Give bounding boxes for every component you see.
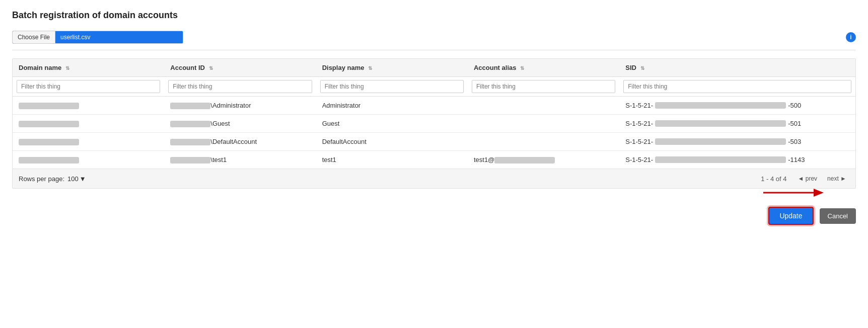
next-button[interactable]: next ► bbox=[824, 174, 849, 183]
cell-account-0: \Administrator bbox=[164, 97, 316, 115]
filter-input-sid[interactable] bbox=[623, 80, 851, 93]
page-info: 1 - 4 of 4 bbox=[761, 175, 786, 183]
rows-per-page-value: 100 bbox=[67, 175, 79, 183]
cell-sid-3: S-1-5-21--1143 bbox=[619, 151, 855, 169]
cell-display-2: DefaultAccount bbox=[316, 133, 468, 151]
file-input-area: Choose File userlist.csv bbox=[12, 31, 183, 44]
col-header-account[interactable]: Account ID ⇅ bbox=[164, 59, 316, 77]
filter-row bbox=[13, 77, 855, 97]
file-name-display: userlist.csv bbox=[55, 31, 183, 43]
table-footer: Rows per page: 100 ▼ 1 - 4 of 4 ◄ prev n… bbox=[13, 169, 855, 188]
filter-cell-sid bbox=[619, 77, 855, 97]
red-arrow-indicator bbox=[763, 183, 824, 203]
cell-alias-1 bbox=[468, 115, 619, 133]
cell-sid-1: S-1-5-21--501 bbox=[619, 115, 855, 133]
prev-button[interactable]: ◄ prev bbox=[795, 174, 821, 183]
cell-sid-0: S-1-5-21--500 bbox=[619, 97, 855, 115]
data-table-container: Domain name ⇅ Account ID ⇅ Display name … bbox=[12, 58, 856, 189]
pagination-control: 1 - 4 of 4 ◄ prev next ► bbox=[761, 174, 849, 183]
cell-display-1: Guest bbox=[316, 115, 468, 133]
accounts-table: Domain name ⇅ Account ID ⇅ Display name … bbox=[13, 59, 855, 169]
table-row: \AdministratorAdministratorS-1-5-21--500 bbox=[13, 97, 855, 115]
cell-account-2: \DefaultAccount bbox=[164, 133, 316, 151]
col-header-sid[interactable]: SID ⇅ bbox=[619, 59, 855, 77]
cell-alias-0 bbox=[468, 97, 619, 115]
cell-display-3: test1 bbox=[316, 151, 468, 169]
col-header-alias[interactable]: Account alias ⇅ bbox=[468, 59, 619, 77]
cell-domain-1 bbox=[13, 115, 164, 133]
col-header-domain[interactable]: Domain name ⇅ bbox=[13, 59, 164, 77]
cell-domain-2 bbox=[13, 133, 164, 151]
filter-input-display[interactable] bbox=[320, 80, 464, 93]
sort-icon-account[interactable]: ⇅ bbox=[209, 65, 213, 71]
filter-cell-domain bbox=[13, 77, 164, 97]
sort-icon-sid[interactable]: ⇅ bbox=[640, 65, 644, 71]
sort-icon-domain[interactable]: ⇅ bbox=[65, 65, 69, 71]
filter-input-account[interactable] bbox=[168, 80, 312, 93]
table-row: \DefaultAccountDefaultAccountS-1-5-21--5… bbox=[13, 133, 855, 151]
sort-icon-display[interactable]: ⇅ bbox=[368, 65, 372, 71]
rows-per-page-chevron: ▼ bbox=[80, 175, 86, 183]
action-bar: Update Cancel bbox=[0, 199, 868, 229]
cell-account-3: \test1 bbox=[164, 151, 316, 169]
page-title: Batch registration of domain accounts bbox=[12, 10, 856, 21]
choose-file-button[interactable]: Choose File bbox=[13, 31, 55, 43]
filter-cell-display bbox=[316, 77, 468, 97]
cell-account-1: \Guest bbox=[164, 115, 316, 133]
cell-sid-2: S-1-5-21--503 bbox=[619, 133, 855, 151]
filter-cell-account bbox=[164, 77, 316, 97]
filter-cell-alias bbox=[468, 77, 619, 97]
cell-alias-2 bbox=[468, 133, 619, 151]
svg-marker-1 bbox=[814, 189, 824, 197]
file-input-wrapper: Choose File userlist.csv bbox=[12, 31, 183, 44]
info-icon[interactable]: i bbox=[846, 32, 856, 42]
table-row: \GuestGuestS-1-5-21--501 bbox=[13, 115, 855, 133]
update-button[interactable]: Update bbox=[768, 207, 813, 225]
rows-per-page-select[interactable]: 100 ▼ bbox=[67, 175, 86, 183]
rows-per-page-label: Rows per page: bbox=[19, 175, 64, 183]
cell-domain-3 bbox=[13, 151, 164, 169]
cancel-button[interactable]: Cancel bbox=[820, 208, 856, 224]
cell-display-0: Administrator bbox=[316, 97, 468, 115]
table-body: \AdministratorAdministratorS-1-5-21--500… bbox=[13, 97, 855, 169]
cell-domain-0 bbox=[13, 97, 164, 115]
rows-per-page-control: Rows per page: 100 ▼ bbox=[19, 175, 86, 183]
filter-input-domain[interactable] bbox=[17, 80, 160, 93]
top-bar: Choose File userlist.csv i bbox=[12, 31, 856, 50]
col-header-display[interactable]: Display name ⇅ bbox=[316, 59, 468, 77]
sort-icon-alias[interactable]: ⇅ bbox=[520, 65, 524, 71]
filter-input-alias[interactable] bbox=[472, 80, 615, 93]
cell-alias-3: test1@ bbox=[468, 151, 619, 169]
table-header-row: Domain name ⇅ Account ID ⇅ Display name … bbox=[13, 59, 855, 77]
table-row: \test1test1test1@ S-1-5-21--1143 bbox=[13, 151, 855, 169]
